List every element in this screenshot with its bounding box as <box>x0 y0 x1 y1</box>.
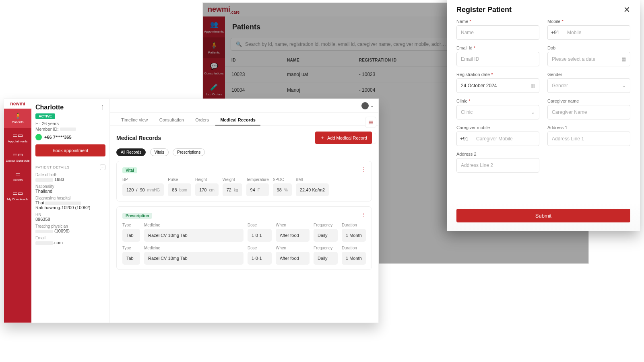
rx-when: After food <box>276 252 310 265</box>
tab-medical-records[interactable]: Medical Records <box>215 115 260 125</box>
temp-value: 94F <box>246 183 269 196</box>
caregiver-name-label: Caregiver name <box>547 99 630 103</box>
hospital-value-2: Ratchawang-10200 (10052) <box>35 205 105 210</box>
bp-value: 120/90mmHG <box>122 183 164 196</box>
avatar-icon[interactable] <box>361 102 369 109</box>
prescription-tag: Prescription <box>122 213 152 219</box>
address1-label: Address 1 <box>547 125 630 130</box>
regdate-label: Registration date <box>456 72 539 77</box>
patient-summary-panel: ⋮ Charlotte ACTIVE F · 26 years Member I… <box>31 99 110 323</box>
rx-dose: 1-0-1 <box>248 229 272 242</box>
vital-card: Vital ⋮ BP 120/90mmHG Pulse 88bpm Height… <box>116 161 372 202</box>
pulse-value: 88bpm <box>168 183 191 196</box>
more-icon[interactable]: ⋮ <box>361 212 367 218</box>
panel-title: Register Patient <box>456 6 512 14</box>
email-label: Email Id <box>456 45 539 50</box>
chevron-down-icon[interactable]: ⌄ <box>370 103 374 108</box>
rx-dur: 1 Month <box>342 252 366 265</box>
rx-dose: 1-0-1 <box>248 252 272 265</box>
sidenav-downloads[interactable]: ▭▭My Downloads <box>4 186 31 205</box>
caregiver-mobile-prefix[interactable]: +91 <box>456 132 472 146</box>
patient-phone[interactable]: +66 7*****365 <box>35 134 105 140</box>
address2-input[interactable]: Address Line 2 <box>456 158 539 173</box>
chevron-down-icon: ⌄ <box>622 83 626 88</box>
book-appointment-button[interactable]: Book appointment <box>35 144 105 156</box>
dob-label: Dob <box>547 45 630 50</box>
rx-medicine: Razel CV 10mg Tab <box>144 229 244 242</box>
email-label: Email <box>35 236 105 240</box>
sidenav-patients[interactable]: 🧍Patients <box>4 109 31 128</box>
filter-prescriptions[interactable]: Prescriptions <box>173 148 205 156</box>
hospital-label: Diagnosing hospital <box>35 196 105 200</box>
calendar-icon: ▦ <box>530 83 535 88</box>
hn-label: HN <box>35 212 105 217</box>
patient-detail-window: newmi 🧍Patients ▭▭Appointments ▭▭Doctor … <box>4 99 379 323</box>
clinic-label: Clinic <box>456 99 539 103</box>
rx-freq: Daily <box>314 229 338 242</box>
gender-label: Gender <box>547 72 630 77</box>
member-id-label: Member ID: <box>35 127 105 132</box>
filter-vitals[interactable]: Vitals <box>150 148 169 156</box>
close-icon[interactable]: ✕ <box>623 6 630 14</box>
whatsapp-icon <box>35 134 42 140</box>
name-label: Name <box>456 19 539 24</box>
detail-tabs: Timeline view Consultation Orders Medica… <box>110 113 378 126</box>
rx-freq: Daily <box>314 252 338 265</box>
regdate-input[interactable]: 24 October 2024▦ <box>456 78 539 93</box>
rx-type: Tab <box>122 229 140 242</box>
mobile-input[interactable]: Mobile <box>563 25 630 40</box>
detail-sidenav: newmi 🧍Patients ▭▭Appointments ▭▭Doctor … <box>4 99 31 323</box>
mobile-prefix[interactable]: +91 <box>547 25 563 40</box>
dob-value: 1983 <box>35 177 105 182</box>
detail-topbar: ⌄ <box>110 99 378 113</box>
tab-timeline[interactable]: Timeline view <box>116 115 153 125</box>
collapse-icon[interactable]: − <box>100 165 105 170</box>
nationality-value: Thailand <box>35 189 105 193</box>
vital-tag: Vital <box>122 167 137 173</box>
rx-when: After food <box>276 229 310 242</box>
rx-dur: 1 Month <box>342 229 366 242</box>
caregiver-name-input[interactable]: Caregiver Name <box>547 105 630 119</box>
patient-demo: F · 26 years <box>35 121 105 126</box>
sidenav-doctor-schedule[interactable]: ▭▭Doctor Schedule <box>4 147 31 167</box>
register-patient-panel: Register Patient ✕ Name Name Mobile +91 … <box>447 0 640 231</box>
add-medical-record-button[interactable]: Add Medical Record <box>315 132 372 144</box>
rx-medicine: Razel CV 10mg Tab <box>144 252 244 265</box>
more-icon[interactable]: ⋮ <box>361 166 367 173</box>
email-input[interactable]: Email ID <box>456 52 539 66</box>
submit-button[interactable]: Submit <box>456 209 630 222</box>
hospital-value: Thai <box>35 200 105 205</box>
mobile-label: Mobile <box>547 19 630 24</box>
brand-logo: newmi <box>4 99 31 109</box>
dob-input[interactable]: Please select a date▦ <box>547 52 630 66</box>
weight-value: 72kg <box>223 183 242 196</box>
clinic-select[interactable]: Clinic⌄ <box>456 105 539 119</box>
name-input[interactable]: Name <box>456 25 539 40</box>
tab-orders[interactable]: Orders <box>190 115 214 125</box>
chevron-down-icon: ⌄ <box>531 109 535 115</box>
tab-consultation[interactable]: Consultation <box>155 115 189 125</box>
address1-input[interactable]: Address Line 1 <box>547 132 630 146</box>
status-badge: ACTIVE <box>35 113 55 119</box>
gender-select[interactable]: Gender⌄ <box>547 78 630 93</box>
height-value: 170cm <box>195 183 219 196</box>
address2-label: Address 2 <box>456 152 539 156</box>
dob-label: Date of birth <box>35 173 105 177</box>
sidenav-appointments[interactable]: ▭▭Appointments <box>4 128 31 147</box>
physician-value: (10096) <box>35 228 105 233</box>
sidenav-orders[interactable]: ▭Orders <box>4 167 31 186</box>
page-title: Medical Records <box>116 135 161 141</box>
bmi-value: 22.49 Kg/m2 <box>296 183 329 196</box>
spoc-value: 98% <box>273 183 292 196</box>
prescription-card: Prescription ⋮ TypeTab MedicineRazel CV … <box>116 206 372 270</box>
caregiver-mobile-input[interactable]: Caregiver Mobile <box>472 132 539 146</box>
filter-all[interactable]: All Records <box>116 148 146 156</box>
email-value: .com <box>35 240 105 245</box>
more-icon[interactable]: ⋮ <box>100 104 105 110</box>
section-header: PATIENT DETAILS <box>35 165 70 169</box>
physician-label: Treating physician <box>35 224 105 228</box>
calendar-icon: ▦ <box>621 56 626 62</box>
hn-value: 896358 <box>35 217 105 222</box>
rx-type: Tab <box>122 252 140 265</box>
nationality-label: Nationality <box>35 184 105 189</box>
